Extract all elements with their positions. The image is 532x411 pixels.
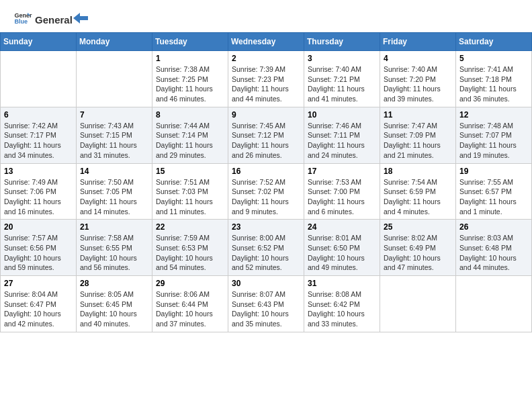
calendar-cell: 18Sunrise: 7:54 AM Sunset: 6:59 PM Dayli… [380, 163, 456, 220]
day-number: 17 [308, 167, 376, 176]
day-info: Sunrise: 7:41 AM Sunset: 7:18 PM Dayligh… [459, 64, 528, 104]
calendar-header-row: SundayMondayTuesdayWednesdayThursdayFrid… [1, 33, 532, 51]
day-info: Sunrise: 8:01 AM Sunset: 6:50 PM Dayligh… [308, 233, 376, 273]
day-number: 4 [384, 54, 452, 63]
day-number: 3 [308, 54, 376, 63]
calendar-week-row: 27Sunrise: 8:04 AM Sunset: 6:47 PM Dayli… [1, 276, 532, 332]
day-info: Sunrise: 7:47 AM Sunset: 7:09 PM Dayligh… [384, 121, 452, 161]
calendar-cell [1, 51, 77, 107]
day-number: 29 [156, 279, 224, 288]
calendar-cell: 15Sunrise: 7:51 AM Sunset: 7:03 PM Dayli… [152, 163, 228, 220]
logo-arrow-icon [73, 13, 88, 24]
day-number: 14 [80, 167, 148, 176]
day-info: Sunrise: 8:08 AM Sunset: 6:42 PM Dayligh… [308, 289, 376, 329]
column-header-friday: Friday [380, 33, 456, 51]
day-number: 5 [459, 54, 528, 63]
day-info: Sunrise: 7:54 AM Sunset: 6:59 PM Dayligh… [384, 177, 452, 217]
day-info: Sunrise: 7:57 AM Sunset: 6:56 PM Dayligh… [4, 233, 73, 273]
calendar-cell: 13Sunrise: 7:49 AM Sunset: 7:06 PM Dayli… [1, 163, 77, 220]
day-info: Sunrise: 8:07 AM Sunset: 6:43 PM Dayligh… [232, 289, 300, 329]
day-number: 25 [384, 222, 452, 232]
day-info: Sunrise: 7:50 AM Sunset: 7:05 PM Dayligh… [80, 177, 148, 217]
day-number: 2 [232, 54, 300, 63]
calendar-week-row: 6Sunrise: 7:42 AM Sunset: 7:17 PM Daylig… [1, 107, 532, 163]
day-number: 21 [80, 222, 148, 232]
day-info: Sunrise: 7:48 AM Sunset: 7:07 PM Dayligh… [459, 121, 528, 161]
calendar-cell [380, 276, 456, 332]
day-info: Sunrise: 7:52 AM Sunset: 7:02 PM Dayligh… [232, 177, 300, 217]
day-number: 10 [308, 110, 376, 120]
logo: General Blue General [13, 8, 89, 27]
calendar-cell: 21Sunrise: 7:58 AM Sunset: 6:55 PM Dayli… [77, 220, 152, 276]
day-number: 16 [232, 167, 300, 176]
day-number: 12 [459, 110, 528, 120]
logo-general: General [35, 14, 73, 26]
page-header: General Blue General [0, 0, 532, 32]
calendar-week-row: 1Sunrise: 7:38 AM Sunset: 7:25 PM Daylig… [1, 51, 532, 107]
day-info: Sunrise: 7:59 AM Sunset: 6:53 PM Dayligh… [156, 233, 224, 273]
day-info: Sunrise: 7:38 AM Sunset: 7:25 PM Dayligh… [156, 64, 224, 104]
calendar-cell: 14Sunrise: 7:50 AM Sunset: 7:05 PM Dayli… [77, 163, 152, 220]
day-info: Sunrise: 8:02 AM Sunset: 6:49 PM Dayligh… [384, 233, 452, 273]
calendar-cell: 5Sunrise: 7:41 AM Sunset: 7:18 PM Daylig… [456, 51, 532, 107]
day-info: Sunrise: 7:44 AM Sunset: 7:14 PM Dayligh… [156, 121, 224, 161]
day-number: 24 [308, 222, 376, 232]
day-info: Sunrise: 7:42 AM Sunset: 7:17 PM Dayligh… [4, 121, 73, 161]
day-number: 7 [80, 110, 148, 120]
day-info: Sunrise: 8:05 AM Sunset: 6:45 PM Dayligh… [80, 289, 148, 329]
day-number: 28 [80, 279, 148, 288]
calendar-cell: 8Sunrise: 7:44 AM Sunset: 7:14 PM Daylig… [152, 107, 228, 163]
calendar-cell: 3Sunrise: 7:40 AM Sunset: 7:21 PM Daylig… [304, 51, 380, 107]
calendar-cell: 1Sunrise: 7:38 AM Sunset: 7:25 PM Daylig… [152, 51, 228, 107]
column-header-sunday: Sunday [1, 33, 77, 51]
day-number: 9 [232, 110, 300, 120]
day-number: 31 [308, 279, 376, 288]
calendar-cell: 12Sunrise: 7:48 AM Sunset: 7:07 PM Dayli… [456, 107, 532, 163]
calendar-cell: 29Sunrise: 8:06 AM Sunset: 6:44 PM Dayli… [152, 276, 228, 332]
calendar-cell: 10Sunrise: 7:46 AM Sunset: 7:11 PM Dayli… [304, 107, 380, 163]
day-number: 30 [232, 279, 300, 288]
calendar-cell [456, 276, 532, 332]
day-info: Sunrise: 7:39 AM Sunset: 7:23 PM Dayligh… [232, 64, 300, 104]
day-info: Sunrise: 7:55 AM Sunset: 6:57 PM Dayligh… [459, 177, 528, 217]
calendar-cell [77, 51, 152, 107]
day-number: 20 [4, 222, 73, 232]
calendar-cell: 16Sunrise: 7:52 AM Sunset: 7:02 PM Dayli… [228, 163, 304, 220]
svg-text:Blue: Blue [14, 18, 28, 25]
calendar-cell: 25Sunrise: 8:02 AM Sunset: 6:49 PM Dayli… [380, 220, 456, 276]
day-info: Sunrise: 7:58 AM Sunset: 6:55 PM Dayligh… [80, 233, 148, 273]
logo-icon: General Blue [13, 8, 32, 27]
day-info: Sunrise: 8:00 AM Sunset: 6:52 PM Dayligh… [232, 233, 300, 273]
calendar-cell: 11Sunrise: 7:47 AM Sunset: 7:09 PM Dayli… [380, 107, 456, 163]
column-header-saturday: Saturday [456, 33, 532, 51]
day-number: 1 [156, 54, 224, 63]
day-info: Sunrise: 7:46 AM Sunset: 7:11 PM Dayligh… [308, 121, 376, 161]
column-header-thursday: Thursday [304, 33, 380, 51]
column-header-monday: Monday [77, 33, 152, 51]
calendar-cell: 30Sunrise: 8:07 AM Sunset: 6:43 PM Dayli… [228, 276, 304, 332]
calendar-cell: 9Sunrise: 7:45 AM Sunset: 7:12 PM Daylig… [228, 107, 304, 163]
day-number: 15 [156, 167, 224, 176]
day-info: Sunrise: 7:53 AM Sunset: 7:00 PM Dayligh… [308, 177, 376, 217]
day-number: 8 [156, 110, 224, 120]
calendar-cell: 7Sunrise: 7:43 AM Sunset: 7:15 PM Daylig… [77, 107, 152, 163]
day-number: 19 [459, 167, 528, 176]
calendar-cell: 24Sunrise: 8:01 AM Sunset: 6:50 PM Dayli… [304, 220, 380, 276]
day-number: 23 [232, 222, 300, 232]
calendar-cell: 27Sunrise: 8:04 AM Sunset: 6:47 PM Dayli… [1, 276, 77, 332]
calendar-cell: 6Sunrise: 7:42 AM Sunset: 7:17 PM Daylig… [1, 107, 77, 163]
svg-marker-3 [73, 13, 88, 24]
calendar-cell: 31Sunrise: 8:08 AM Sunset: 6:42 PM Dayli… [304, 276, 380, 332]
day-info: Sunrise: 7:51 AM Sunset: 7:03 PM Dayligh… [156, 177, 224, 217]
day-number: 22 [156, 222, 224, 232]
day-info: Sunrise: 7:40 AM Sunset: 7:21 PM Dayligh… [308, 64, 376, 104]
day-number: 6 [4, 110, 73, 120]
column-header-wednesday: Wednesday [228, 33, 304, 51]
day-info: Sunrise: 7:49 AM Sunset: 7:06 PM Dayligh… [4, 177, 73, 217]
calendar-cell: 22Sunrise: 7:59 AM Sunset: 6:53 PM Dayli… [152, 220, 228, 276]
calendar-cell: 17Sunrise: 7:53 AM Sunset: 7:00 PM Dayli… [304, 163, 380, 220]
day-number: 26 [459, 222, 528, 232]
calendar-week-row: 20Sunrise: 7:57 AM Sunset: 6:56 PM Dayli… [1, 220, 532, 276]
calendar-cell: 19Sunrise: 7:55 AM Sunset: 6:57 PM Dayli… [456, 163, 532, 220]
day-number: 18 [384, 167, 452, 176]
